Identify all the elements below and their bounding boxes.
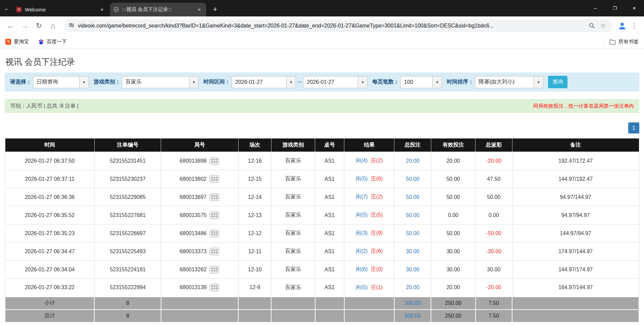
bookmarks-bar: 淘 爱淘宝 百度一下 所有书签: [0, 35, 644, 49]
cell-payout: -50.00: [476, 224, 512, 242]
cell-payout: 0.00: [476, 206, 512, 224]
sort-input[interactable]: [475, 76, 534, 88]
maximize-button[interactable]: ❐: [605, 0, 625, 16]
col-header-payout: 总派彩: [476, 139, 512, 152]
table-row: 2026-01-27 06:35:23 523155226697 6800134…: [5, 224, 639, 242]
bookmark-taobao[interactable]: 淘 爱淘宝: [5, 39, 29, 45]
browser-menu-icon[interactable]: ⋮: [629, 20, 639, 32]
col-header-game: 游戏类别: [271, 139, 315, 152]
refresh-icon[interactable]: ↻: [33, 20, 45, 32]
chevron-down-icon[interactable]: ▼: [432, 76, 442, 88]
page-title: 视讯 会员下注纪录: [5, 56, 639, 67]
chevron-down-icon[interactable]: ▼: [286, 76, 296, 88]
result-player: 闲(2): [356, 248, 368, 254]
cell-result: 闲(3) 庄(9): [344, 224, 394, 242]
chevron-down-icon[interactable]: ▼: [189, 76, 199, 88]
result-board-icon[interactable]: [209, 175, 219, 183]
cell-time: 2026-01-27 06:35:52: [5, 206, 94, 224]
result-board-icon[interactable]: [209, 283, 219, 291]
cell-bet-id: 523155229085: [94, 188, 161, 206]
site-settings-icon[interactable]: [68, 22, 75, 30]
bookmark-star-icon[interactable]: ☆: [598, 21, 608, 31]
subtotal-total-bet: 300.00: [394, 297, 431, 310]
tab-close-icon[interactable]: ✕: [196, 6, 203, 13]
search-button[interactable]: 查询: [548, 76, 567, 88]
summary-bar: 币别：人民币 | 总共 :8 注单 | 同局有效投注，统一计算在该局第一张注单内: [5, 99, 639, 113]
cell-time: 2026-01-27 06:37:11: [5, 170, 94, 188]
cell-session: 12-10: [238, 261, 271, 279]
game-kind-input[interactable]: [122, 76, 189, 88]
forward-icon[interactable]: →: [19, 20, 31, 32]
table-row: 2026-01-27 06:34:47 523155225493 6800133…: [5, 242, 639, 261]
chevron-down-icon[interactable]: ▼: [534, 76, 543, 88]
cell-table-no: AS1: [315, 242, 344, 261]
round-number: 680013802: [180, 176, 206, 182]
result-board-icon[interactable]: [209, 266, 219, 274]
cell-result: 闲(5) 庄(1): [344, 279, 394, 297]
cell-payout: 50.00: [476, 188, 512, 206]
tab-title: Welcome: [25, 7, 97, 12]
col-header-bet-id: 注单编号: [94, 139, 161, 152]
page-1-button[interactable]: 1: [628, 122, 639, 133]
tab-search-chevron-icon[interactable]: ⌄: [0, 0, 13, 16]
col-header-result: 结果: [344, 139, 394, 152]
cell-session: 12-14: [238, 188, 271, 206]
sort-combobox: ▼: [475, 76, 543, 88]
chevron-down-icon[interactable]: ▼: [358, 76, 367, 88]
home-icon[interactable]: ⌂: [47, 20, 59, 32]
chevron-down-icon[interactable]: ▼: [79, 76, 89, 88]
result-board-icon[interactable]: [209, 229, 219, 237]
query-type-input[interactable]: [33, 76, 79, 88]
url-text[interactable]: videoie.com/game/betrecord_search/kind3?…: [78, 23, 585, 29]
currency-total-text: 币别：人民币 | 总共 :8 注单 |: [10, 103, 79, 110]
page-size-input[interactable]: [400, 76, 432, 88]
tab-title: :::视讯 会员下注记录:::: [122, 6, 194, 13]
result-banker: 庄(6): [371, 248, 383, 254]
result-board-icon[interactable]: [209, 248, 219, 256]
cell-game: 百家乐: [271, 242, 315, 261]
cell-game: 百家乐: [271, 152, 315, 170]
round-number: 680013486: [180, 230, 206, 236]
tab-close-icon[interactable]: ✕: [99, 6, 105, 13]
globe-favicon-icon: [113, 7, 119, 12]
cell-session: 12-13: [238, 206, 271, 224]
profile-avatar-icon[interactable]: [616, 20, 628, 32]
select-label: 请选择：: [10, 78, 32, 86]
cell-result: 闲(5) 庄(5): [344, 206, 394, 224]
date-start-input[interactable]: [232, 76, 286, 88]
date-start-combobox: ▼: [232, 76, 296, 88]
cell-round: 680013373: [161, 242, 238, 261]
tab-bet-records[interactable]: :::视讯 会员下注记录::: ✕: [110, 3, 206, 16]
all-bookmarks-button[interactable]: 所有书签: [609, 39, 639, 45]
cell-session: 12-15: [238, 170, 271, 188]
subtotal-row: 小计 8 300.00 250.00 7.50: [5, 297, 639, 310]
back-icon[interactable]: ←: [5, 20, 17, 32]
date-end-input[interactable]: [303, 76, 358, 88]
cell-total-bet: 30.00: [394, 242, 431, 261]
new-tab-button[interactable]: +: [209, 4, 221, 15]
baidu-paw-icon: [38, 39, 44, 45]
cell-payout: -20.00: [476, 279, 512, 297]
result-board-icon[interactable]: [209, 193, 219, 201]
zoom-icon[interactable]: [587, 21, 596, 31]
cell-result: 闲(7) 庄(2): [344, 188, 394, 206]
table-header-row: 时间 注单编号 局号 场次 游戏类别 桌号 结果 总投注 有效投注 总派彩 备注: [5, 139, 639, 152]
cell-table-no: AS1: [315, 170, 344, 188]
result-board-icon[interactable]: [209, 211, 219, 219]
url-bar[interactable]: videoie.com/game/betrecord_search/kind3?…: [64, 19, 612, 32]
table-row: 2026-01-27 06:34:04 523155224181 6800132…: [5, 261, 639, 279]
bookmark-label: 百度一下: [47, 39, 67, 45]
cell-note: 192.47/172.47: [512, 152, 639, 170]
cell-round: 680013486: [161, 224, 238, 242]
close-button[interactable]: ✕: [625, 0, 644, 16]
cell-table-no: AS1: [315, 261, 344, 279]
cell-bet-id: 523155226697: [94, 224, 161, 242]
cell-note: 94.97/94.97: [512, 206, 639, 224]
bookmark-baidu[interactable]: 百度一下: [38, 39, 67, 45]
cell-payout: 30.00: [476, 261, 512, 279]
result-board-icon[interactable]: [209, 157, 219, 165]
tab-welcome[interactable]: W Welcome ✕: [13, 3, 109, 16]
minimize-button[interactable]: ─: [586, 0, 605, 16]
cell-time: 2026-01-27 06:36:36: [5, 188, 94, 206]
result-player: 闲(3): [356, 230, 368, 236]
